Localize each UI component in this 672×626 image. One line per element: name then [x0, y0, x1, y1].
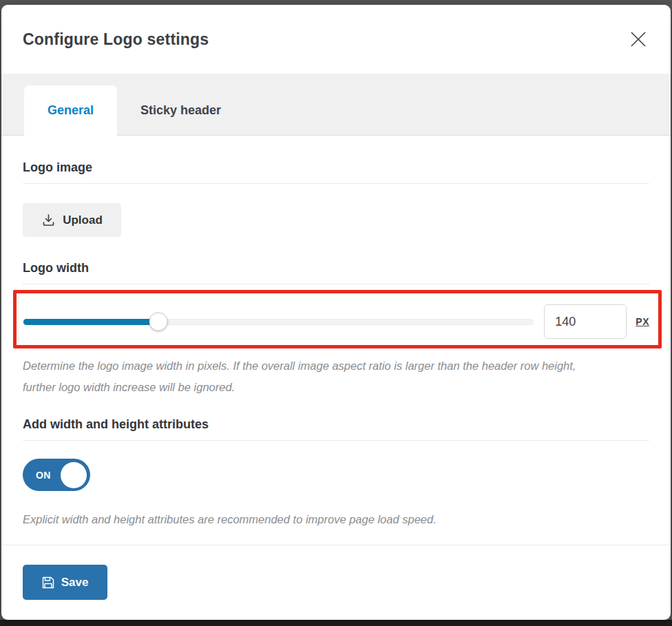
- close-button[interactable]: [627, 28, 650, 51]
- attributes-description: Explicit width and height attributes are…: [23, 509, 577, 530]
- slider-thumb[interactable]: [149, 313, 168, 331]
- tab-sticky-header[interactable]: Sticky header: [117, 85, 244, 136]
- toggle-knob[interactable]: [61, 462, 87, 488]
- logo-width-input[interactable]: [544, 304, 627, 339]
- modal-header: Configure Logo settings: [1, 5, 671, 74]
- modal-footer: Save: [1, 545, 671, 620]
- upload-button-label: Upload: [63, 213, 103, 227]
- modal-content: Logo image Upload Logo width PX Determin…: [1, 136, 671, 545]
- logo-width-slider[interactable]: [23, 319, 534, 325]
- logo-settings-modal: Configure Logo settings General Sticky h…: [1, 5, 671, 620]
- logo-width-description: Determine the logo image width in pixels…: [23, 355, 577, 398]
- backdrop-bottom-strip: [0, 620, 672, 626]
- download-tray-icon: [41, 213, 56, 227]
- logo-image-heading: Logo image: [23, 160, 649, 184]
- save-button-label: Save: [61, 576, 89, 590]
- logo-width-heading: Logo width: [23, 260, 649, 284]
- slider-fill: [23, 319, 158, 325]
- save-button[interactable]: Save: [23, 565, 107, 600]
- toggle-on-label: ON: [36, 470, 51, 481]
- upload-button[interactable]: Upload: [23, 203, 121, 237]
- tab-general[interactable]: General: [24, 85, 117, 136]
- floppy-icon: [42, 576, 54, 589]
- close-icon: [628, 29, 649, 50]
- logo-width-slider-row: PX: [23, 304, 649, 339]
- attributes-heading: Add width and height attributes: [23, 417, 649, 441]
- attributes-toggle[interactable]: ON: [23, 459, 90, 491]
- tab-bar: General Sticky header: [1, 74, 671, 136]
- unit-px-link[interactable]: PX: [636, 316, 649, 327]
- modal-title: Configure Logo settings: [23, 30, 209, 49]
